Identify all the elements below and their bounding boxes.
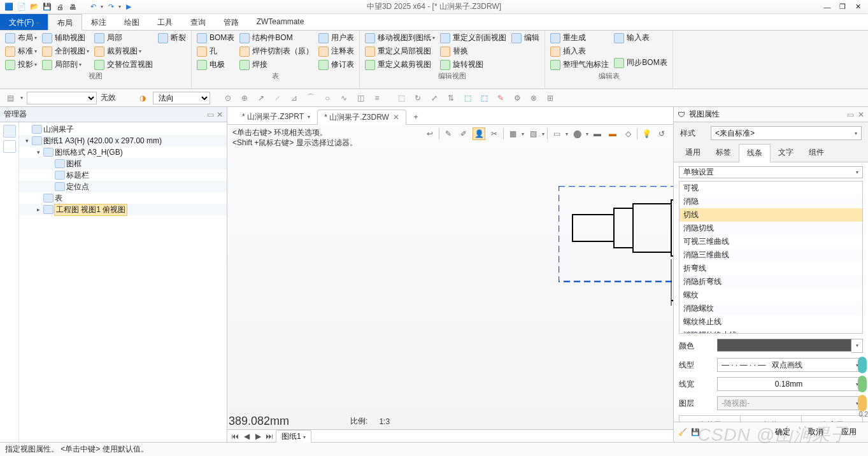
ribbon-cmd[interactable]: 局部剖▾ [39, 59, 92, 71]
disable-all-button[interactable]: 全禁用 [679, 416, 741, 422]
ribbon-cmd[interactable]: 重定义裁剪视图 [362, 59, 438, 71]
tool-icon[interactable]: ⟋ [271, 92, 284, 104]
style-field[interactable]: <来自标准>▾ [711, 126, 862, 140]
ribbon-cmd[interactable]: 布局▾ [3, 32, 39, 44]
restore-icon[interactable]: ❐ [837, 2, 848, 12]
tool-icon[interactable]: ⚙ [511, 92, 523, 104]
tab-draw[interactable]: 绘图 [115, 14, 148, 30]
line-list-item[interactable]: 消隐切线 [679, 222, 862, 235]
doc-tab-prt[interactable]: * 山涧果子.Z3PRT▾ [235, 109, 317, 124]
vt-icon[interactable]: ✂ [488, 127, 501, 140]
ribbon-cmd[interactable]: 编辑 [509, 32, 542, 44]
new-icon[interactable]: 📄 [17, 2, 27, 12]
ribbon-cmd[interactable]: 同步BOM表 [611, 57, 669, 69]
apply-button[interactable]: 应用 [834, 425, 864, 439]
line-list-item[interactable]: 消隐螺纹终止线 [679, 329, 862, 334]
tree-row[interactable]: ▸工程图 视图1 俯视图 [19, 204, 227, 215]
ribbon-cmd[interactable]: 移动视图到图纸▾ [362, 32, 438, 44]
ribbon-cmd[interactable]: 重生成 [548, 32, 611, 44]
ribbon-cmd[interactable]: 重定义剖面视图 [438, 32, 509, 44]
vt-icon[interactable]: ▭ [550, 127, 563, 140]
tool-icon[interactable]: ○ [321, 92, 334, 104]
vt-icon[interactable]: ✐ [457, 127, 470, 140]
close-icon[interactable]: ✕ [853, 2, 863, 12]
ribbon-cmd[interactable]: 输入表 [611, 32, 669, 44]
tool-icon[interactable]: ⤢ [428, 92, 441, 104]
line-list-item[interactable]: 消隐折弯线 [679, 275, 862, 289]
tool-icon[interactable]: ⬚ [395, 92, 408, 104]
ribbon-cmd[interactable]: 焊接 [237, 59, 316, 71]
ribbon-cmd[interactable]: 电极 [194, 59, 237, 71]
manager-mode-icon[interactable] [3, 125, 16, 138]
ribbon-cmd[interactable]: 焊件切割表（原） [237, 45, 316, 57]
tab-query[interactable]: 查询 [181, 14, 215, 30]
tab-layout[interactable]: 布局 [48, 14, 82, 31]
vt-icon[interactable]: ▤ [527, 127, 539, 140]
panel-opts-icon[interactable]: ▭ [207, 110, 214, 119]
vt-icon[interactable]: ✎ [442, 127, 455, 140]
chevron-down-icon[interactable]: ▾ [432, 35, 435, 41]
tree-toggle-icon[interactable]: ▾ [34, 149, 42, 155]
vt-icon[interactable]: ◇ [622, 127, 634, 140]
tree-row[interactable]: ▾图纸1 A3(H) (420.00 x 297.00 mm) [19, 135, 227, 146]
chevron-down-icon[interactable]: ▾ [87, 48, 89, 54]
ribbon-cmd[interactable]: 孔 [194, 45, 237, 57]
print-icon[interactable]: 🖨 [55, 2, 65, 12]
chevron-down-icon[interactable]: ▾ [34, 48, 37, 54]
sheet-last-icon[interactable]: ⏭ [264, 431, 274, 441]
tool-icon[interactable]: ⊕ [238, 92, 251, 104]
tree-row[interactable]: 标题栏 [19, 169, 227, 181]
tool-icon[interactable]: ⊙ [222, 92, 234, 104]
vt-icon[interactable]: ↺ [655, 127, 668, 140]
tree-row[interactable]: 图框 [19, 158, 227, 169]
tool-icon[interactable]: ⊗ [527, 92, 540, 104]
chevron-down-icon[interactable]: ▾ [139, 48, 141, 54]
ok-button[interactable]: 确定 [767, 425, 798, 439]
line-list-item[interactable]: 螺纹 [679, 289, 862, 302]
sheet-tab[interactable]: 图纸1 ▾ [276, 430, 311, 443]
tool-icon[interactable]: ↻ [411, 92, 424, 104]
line-mode-combo[interactable]: 单独设置▾ [679, 166, 863, 178]
ribbon-cmd[interactable]: BOM表 [194, 32, 237, 44]
ribbon-cmd[interactable]: 插入表 [548, 45, 611, 57]
sheet-prev-icon[interactable]: ◀ [241, 431, 252, 441]
new-tab-button[interactable]: ＋ [406, 109, 425, 124]
vt-icon[interactable]: ⬤ [571, 127, 583, 140]
model-tree[interactable]: 山涧果子▾图纸1 A3(H) (420.00 x 297.00 mm)▾图纸格式… [19, 122, 227, 442]
tab-annotate[interactable]: 标注 [82, 14, 115, 30]
color-swatch[interactable] [717, 339, 851, 352]
redo-dropdown-icon[interactable]: ▾ [118, 4, 121, 10]
tool-icon[interactable]: ⬚ [461, 92, 474, 104]
minimize-icon[interactable]: ― [822, 2, 832, 12]
ribbon-cmd[interactable]: 替换 [438, 45, 509, 57]
panel-opts-icon[interactable]: ▭ [847, 110, 854, 119]
ribbon-cmd[interactable]: 用户表 [316, 32, 357, 44]
tool-icon[interactable]: ∿ [338, 92, 350, 104]
tree-row[interactable]: 表 [19, 192, 227, 204]
line-list-item[interactable]: 切线 [679, 208, 862, 222]
toggle-button[interactable]: 切换 [741, 416, 802, 422]
tree-toggle-icon[interactable]: ▾ [23, 138, 31, 144]
ribbon-cmd[interactable]: 辅助视图 [39, 32, 92, 44]
sheet-first-icon[interactable]: ⏮ [230, 431, 240, 441]
panel-close-icon[interactable]: ✕ [858, 110, 864, 119]
line-list-item[interactable]: 消隐螺纹 [679, 302, 862, 315]
tool-icon[interactable]: ✎ [494, 92, 507, 104]
tab-piping[interactable]: 管路 [215, 14, 248, 30]
tree-row[interactable]: 定位点 [19, 181, 227, 192]
prop-tab-component[interactable]: 组件 [801, 144, 832, 162]
vt-icon[interactable]: 💡 [640, 127, 653, 140]
prop-tab-text[interactable]: 文字 [771, 144, 801, 162]
cancel-button[interactable]: 取消 [800, 425, 831, 439]
line-list-item[interactable]: 可视三维曲线 [679, 235, 862, 248]
save-icon[interactable]: 💾 [42, 2, 52, 12]
tool-icon[interactable]: ↗ [255, 92, 267, 104]
ribbon-cmd[interactable]: 标准▾ [3, 45, 39, 57]
vt-icon[interactable]: ▬ [606, 127, 619, 140]
line-list-item[interactable]: 消隐 [679, 195, 862, 208]
save-style-icon[interactable]: 💾 [690, 427, 701, 438]
ribbon-cmd[interactable]: 整理气泡标注 [548, 59, 611, 71]
prop-tab-label[interactable]: 标签 [708, 144, 739, 162]
side-pill[interactable] [858, 376, 867, 392]
vt-icon[interactable]: ▬ [591, 127, 604, 140]
